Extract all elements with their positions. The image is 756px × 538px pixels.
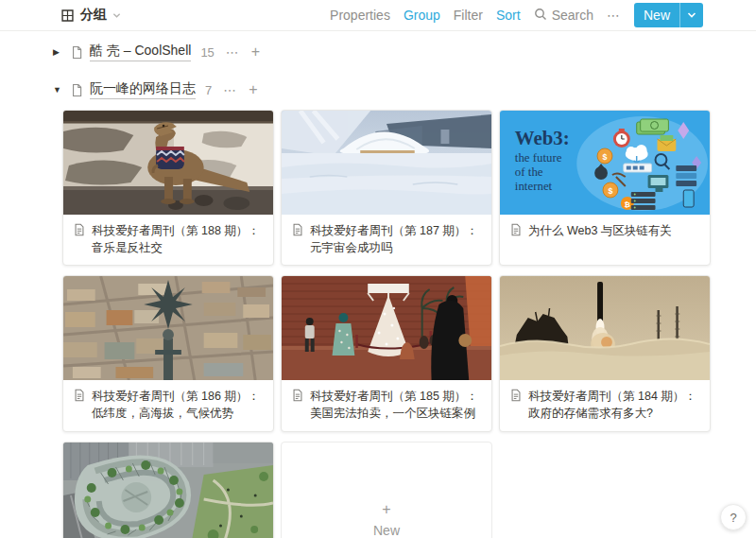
gallery-view-icon xyxy=(60,9,75,23)
expand-toggle-icon[interactable]: ▶ xyxy=(53,47,70,57)
card-title-row: 科技爱好者周刊（第 186 期）：低纬度，高海拔，气候优势 xyxy=(63,380,273,430)
document-icon xyxy=(291,223,304,241)
sort-button[interactable]: Sort xyxy=(496,8,521,23)
page-icon xyxy=(70,83,84,97)
gallery-card[interactable]: 科技爱好者周刊（第 188 期）：音乐是反社交 xyxy=(62,110,274,266)
group-add-button[interactable]: + xyxy=(249,81,257,98)
new-dropdown-button[interactable] xyxy=(680,3,703,27)
gallery-card[interactable]: 科技爱好者周刊（第 187 期）：元宇宙会成功吗 xyxy=(281,110,492,266)
plus-icon: + xyxy=(382,501,390,518)
card-title: 为什么 Web3 与区块链有关 xyxy=(528,222,672,239)
svg-text:Web3:: Web3: xyxy=(515,127,570,149)
toolbar: 分组 Properties Group Filter Sort Search ⋯… xyxy=(0,0,756,30)
svg-text:the future: the future xyxy=(515,150,562,165)
svg-text:₿: ₿ xyxy=(625,200,631,209)
help-button[interactable]: ? xyxy=(720,504,747,530)
card-title: 科技爱好者周刊（第 186 期）：低纬度，高海拔，气候优势 xyxy=(92,388,264,422)
properties-button[interactable]: Properties xyxy=(330,8,390,23)
card-title-row: 科技爱好者周刊（第 187 期）：元宇宙会成功吗 xyxy=(282,215,491,265)
card-cover-dinosaur-museum xyxy=(63,111,273,215)
card-title: 科技爱好者周刊（第 184 期）：政府的存储需求有多大? xyxy=(528,388,700,422)
group-title[interactable]: 阮一峰的网络日志 xyxy=(90,80,196,99)
gallery-card[interactable]: 科技爱好者周刊（第 184 期）：政府的存储需求有多大? xyxy=(499,275,711,431)
card-title-row: 科技爱好者周刊（第 184 期）：政府的存储需求有多大? xyxy=(500,380,710,430)
card-title-row: 为什么 Web3 与区块链有关 xyxy=(500,215,710,265)
card-title-row: 科技爱好者周刊（第 188 期）：音乐是反社交 xyxy=(63,215,273,265)
document-icon xyxy=(73,389,86,407)
group-add-button[interactable]: + xyxy=(251,43,260,61)
group-row-ruanyifeng: ▼ 阮一峰的网络日志 7 ⋯ + xyxy=(53,78,756,102)
card-title: 科技爱好者周刊（第 188 期）：音乐是反社交 xyxy=(92,222,264,256)
card-cover-web3-illustration: Web3: the future of the internet $ xyxy=(500,111,710,215)
new-button-group: New xyxy=(634,3,703,27)
collapse-toggle-icon[interactable]: ▼ xyxy=(53,85,70,95)
header-divider xyxy=(0,30,756,31)
filter-button[interactable]: Filter xyxy=(454,8,483,23)
group-more-button[interactable]: ⋯ xyxy=(223,82,237,97)
more-options-button[interactable]: ⋯ xyxy=(607,8,621,23)
view-tab-label: 分组 xyxy=(80,7,107,24)
chevron-down-icon xyxy=(112,11,121,20)
group-title[interactable]: 酷 壳 – CoolShell xyxy=(90,43,191,61)
document-icon xyxy=(509,223,523,241)
document-icon xyxy=(73,223,86,241)
new-page-card-button[interactable]: + New xyxy=(281,442,492,538)
new-button[interactable]: New xyxy=(634,3,679,27)
svg-text:$: $ xyxy=(603,152,608,162)
group-button[interactable]: Group xyxy=(404,8,440,23)
gallery-card[interactable]: 科技爱好者周刊（第 185 期）：美国宪法拍卖，一个区块链案例 xyxy=(281,275,492,431)
gallery-card[interactable]: 科技爱好者周刊（第 186 期）：低纬度，高海拔，气候优势 xyxy=(62,275,274,431)
search-button[interactable]: Search xyxy=(534,8,593,24)
search-icon xyxy=(534,8,547,24)
gallery-card[interactable]: 科技爱好者周刊（第 183 期）：腾讯的员工退休福利 xyxy=(62,442,274,538)
new-card-label: New xyxy=(373,523,400,538)
group-count: 7 xyxy=(205,83,212,97)
search-label: Search xyxy=(552,8,593,23)
document-icon xyxy=(291,389,304,407)
card-cover-gown-display xyxy=(282,276,491,380)
svg-text:internet: internet xyxy=(515,179,553,193)
view-tab-group[interactable]: 分组 xyxy=(60,7,121,24)
svg-text:$: $ xyxy=(608,186,612,196)
card-title-row: 科技爱好者周刊（第 185 期）：美国宪法拍卖，一个区块链案例 xyxy=(282,380,491,430)
card-cover-city-star-spire xyxy=(63,276,273,380)
toolbar-actions: Properties Group Filter Sort Search ⋯ Ne… xyxy=(330,3,703,27)
card-title: 科技爱好者周刊（第 187 期）：元宇宙会成功吗 xyxy=(310,222,482,256)
group-row-coolshell: ▶ 酷 壳 – CoolShell 15 ⋯ + xyxy=(53,40,756,64)
document-icon xyxy=(509,389,523,407)
page-icon xyxy=(70,45,84,60)
chevron-down-icon xyxy=(687,9,696,22)
group-more-button[interactable]: ⋯ xyxy=(226,44,240,60)
card-cover-snow-dome xyxy=(282,111,491,215)
group-count: 15 xyxy=(200,45,214,60)
gallery-grid: 科技爱好者周刊（第 188 期）：音乐是反社交 xyxy=(62,110,714,538)
card-cover-spiral-building xyxy=(63,443,273,538)
card-title: 科技爱好者周刊（第 185 期）：美国宪法拍卖，一个区块链案例 xyxy=(310,388,482,422)
gallery-card[interactable]: Web3: the future of the internet $ xyxy=(499,110,711,266)
question-mark-icon: ? xyxy=(730,511,736,525)
svg-text:of the: of the xyxy=(515,165,543,179)
card-cover-rocket-launch xyxy=(500,276,710,380)
